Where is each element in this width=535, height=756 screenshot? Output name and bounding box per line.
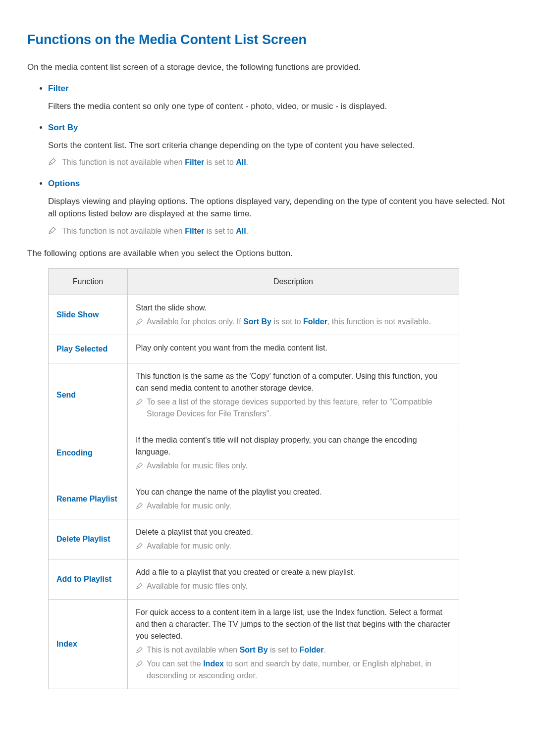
pencil-icon [136,541,143,548]
desc-slideshow: Start the slide show. Available for phot… [128,295,459,335]
fn-index: Index [49,600,128,689]
sortby-note: This function is not available when Filt… [48,156,508,168]
desc-send: This function is the same as the 'Copy' … [128,363,459,427]
options-intro: The following options are available when… [27,247,508,260]
options-desc: Displays viewing and playing options. Th… [48,195,508,220]
fn-send: Send [49,363,128,427]
table-row: Send This function is the same as the 'C… [49,363,459,427]
table-header-row: Function Description [49,269,459,295]
options-note: This function is not available when Filt… [48,225,508,237]
sortby-title: Sort By [48,121,508,134]
pencil-icon [48,226,56,234]
filter-title: Filter [48,82,508,95]
filter-desc: Filters the media content so only one ty… [48,100,508,113]
pencil-icon [48,157,56,165]
sortby-note-text: This function is not available when Filt… [62,156,248,168]
pencil-icon [136,397,143,404]
desc-delete: Delete a playlist that you created. Avai… [128,519,459,559]
table-row: Rename Playlist You can change the name … [49,479,459,519]
table-row: Add to Playlist Add a file to a playlist… [49,559,459,600]
table-row: Play Selected Play only content you want… [49,335,459,363]
header-function: Function [49,269,128,295]
table-row: Slide Show Start the slide show. Availab… [49,295,459,335]
intro-paragraph: On the media content list screen of a st… [27,61,508,74]
options-note-text: This function is not available when Filt… [62,225,248,237]
fn-addto: Add to Playlist [49,559,128,600]
pencil-icon [136,581,143,588]
fn-slideshow: Slide Show [49,295,128,335]
desc-addto: Add a file to a playlist that you create… [128,559,459,600]
fn-delete: Delete Playlist [49,519,128,559]
pencil-icon [136,659,143,666]
list-item-filter: Filter Filters the media content so only… [48,82,508,112]
desc-playselected: Play only content you want from the medi… [128,335,459,363]
options-table: Function Description Slide Show Start th… [48,268,459,689]
table-row: Delete Playlist Delete a playlist that y… [49,519,459,559]
desc-index: For quick access to a content item in a … [128,600,459,689]
list-item-options: Options Displays viewing and playing opt… [48,177,508,237]
main-function-list: Filter Filters the media content so only… [27,82,508,237]
fn-encoding: Encoding [49,427,128,479]
options-title: Options [48,177,508,190]
fn-playselected: Play Selected [49,335,128,363]
fn-rename: Rename Playlist [49,479,128,519]
desc-encoding: If the media content's title will not di… [128,427,459,479]
pencil-icon [136,317,143,324]
pencil-icon [136,501,143,508]
desc-rename: You can change the name of the playlist … [128,479,459,519]
table-row: Encoding If the media content's title wi… [49,427,459,479]
pencil-icon [136,461,143,468]
sortby-desc: Sorts the content list. The sort criteri… [48,139,508,152]
pencil-icon [136,645,143,652]
page-title: Functions on the Media Content List Scre… [27,30,508,50]
header-description: Description [128,269,459,295]
list-item-sortby: Sort By Sorts the content list. The sort… [48,121,508,168]
table-row: Index For quick access to a content item… [49,600,459,689]
